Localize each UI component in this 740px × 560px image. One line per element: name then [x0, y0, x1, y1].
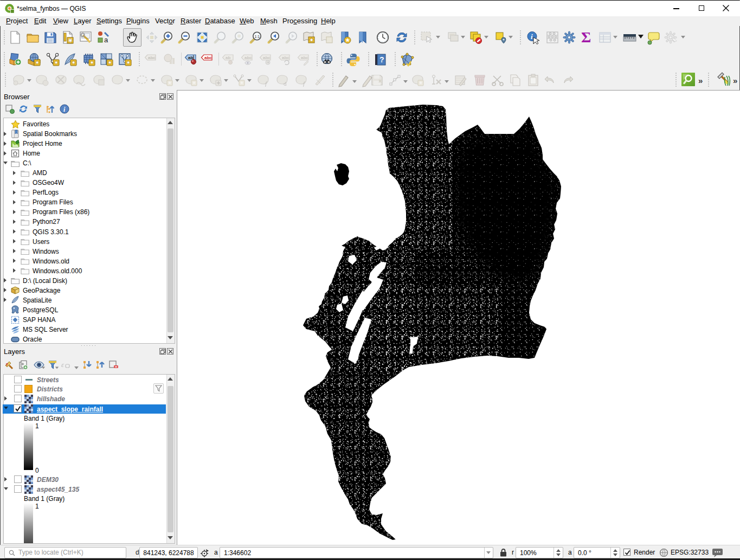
svg-text:ε: ε	[61, 361, 65, 369]
svg-text:abc: abc	[282, 55, 289, 60]
svg-text:abc: abc	[204, 55, 212, 60]
svg-text:abc: abc	[244, 55, 252, 60]
svg-text:abc: abc	[301, 55, 308, 60]
svg-text:i: i	[531, 33, 533, 41]
svg-text:1:1: 1:1	[255, 35, 260, 38]
svg-text:abc: abc	[148, 55, 156, 60]
svg-text:?: ?	[379, 55, 384, 64]
svg-text:ab: ab	[226, 55, 230, 60]
svg-text:a: a	[104, 36, 108, 44]
svg-text:abc: abc	[263, 55, 271, 60]
svg-text:d: d	[284, 80, 287, 87]
